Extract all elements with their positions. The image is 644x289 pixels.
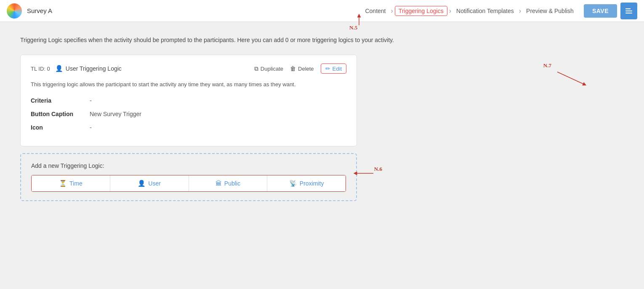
- main-content: Triggering Logic specifies when the acti…: [0, 22, 505, 215]
- tl-criteria-row: Criteria -: [31, 97, 346, 104]
- nav-notification-templates[interactable]: Notification Templates: [453, 6, 517, 16]
- save-button[interactable]: SAVE: [584, 4, 617, 18]
- duplicate-icon: ⧉: [254, 65, 258, 72]
- add-tl-proximity[interactable]: 📡 Proximity: [267, 175, 346, 191]
- nav-triggering-logics[interactable]: Triggering Logics: [395, 6, 447, 16]
- annotation-n6: N.6: [374, 166, 382, 172]
- public-label: Public: [224, 180, 240, 187]
- page-description: Triggering Logic specifies when the acti…: [20, 35, 485, 45]
- icon-value: -: [90, 124, 92, 131]
- svg-line-6: [557, 72, 585, 85]
- svg-rect-3: [631, 8, 632, 10]
- delete-icon: 🗑: [290, 65, 296, 72]
- criteria-label: Criteria: [31, 97, 90, 104]
- survey-title: Survey A: [27, 7, 52, 14]
- nav-sep-1: ›: [391, 7, 393, 15]
- delete-button[interactable]: 🗑 Delete: [290, 65, 314, 72]
- add-tl-public[interactable]: 🏛 Public: [189, 175, 268, 191]
- edit-icon: ✏: [325, 65, 330, 72]
- header-actions: SAVE: [577, 3, 637, 19]
- svg-rect-1: [625, 11, 632, 11]
- app-logo: [7, 3, 22, 19]
- tl-body-description: This triggering logic allows the partici…: [31, 80, 346, 89]
- duplicate-label: Duplicate: [261, 66, 283, 72]
- time-label: Time: [69, 180, 82, 187]
- tl-card-header: TL ID: 0 👤 User Triggering Logic ⧉ Dupli…: [31, 64, 346, 74]
- add-triggering-logic-section: Add a new Triggering Logic: ⏳ Time 👤 Use…: [20, 153, 357, 201]
- time-icon: ⏳: [59, 180, 67, 187]
- icon-label: Icon: [31, 124, 90, 131]
- edit-button[interactable]: ✏ Edit: [321, 64, 346, 74]
- add-tl-time[interactable]: ⏳ Time: [32, 175, 110, 191]
- tl-id-label: TL ID: 0: [31, 66, 50, 72]
- list-icon: [625, 7, 633, 15]
- public-icon: 🏛: [216, 180, 222, 187]
- add-tl-title: Add a new Triggering Logic:: [31, 162, 346, 169]
- proximity-icon: 📡: [289, 180, 297, 187]
- annotation-n7-arrow: [555, 70, 589, 87]
- tl-type-label: User Triggering Logic: [66, 65, 122, 72]
- tl-actions: ⧉ Duplicate 🗑 Delete ✏ Edit: [254, 64, 346, 74]
- triggering-logic-card: TL ID: 0 👤 User Triggering Logic ⧉ Dupli…: [20, 55, 357, 146]
- button-caption-label: Button Caption: [31, 111, 90, 117]
- annotation-n6-arrow: [353, 169, 374, 178]
- nav-sep-3: ›: [519, 7, 521, 15]
- svg-rect-2: [625, 13, 632, 13]
- header: Survey A Content › Triggering Logics › N…: [0, 0, 644, 22]
- tl-button-caption-row: Button Caption New Survey Trigger: [31, 111, 346, 117]
- breadcrumb-nav: Content › Triggering Logics › Notificati…: [362, 6, 577, 16]
- annotation-n5-arrow: [357, 13, 370, 26]
- duplicate-button[interactable]: ⧉ Duplicate: [254, 65, 283, 72]
- user-icon: 👤: [138, 180, 146, 187]
- add-tl-options: ⏳ Time 👤 User 🏛 Public 📡 Proximity: [31, 175, 346, 192]
- nav-preview-publish[interactable]: Preview & Publish: [523, 6, 577, 16]
- button-caption-value: New Survey Trigger: [90, 111, 141, 117]
- tl-icon-row: Icon -: [31, 124, 346, 131]
- annotation-n7: N.7: [543, 62, 551, 69]
- proximity-label: Proximity: [300, 180, 324, 187]
- tl-type-user-icon: 👤: [55, 65, 63, 72]
- add-tl-user[interactable]: 👤 User: [110, 175, 189, 191]
- edit-label: Edit: [333, 66, 342, 72]
- list-icon-button[interactable]: [620, 3, 637, 19]
- criteria-value: -: [90, 97, 92, 104]
- nav-sep-2: ›: [449, 7, 451, 15]
- delete-label: Delete: [298, 66, 314, 72]
- annotation-n5: N.5: [349, 24, 357, 31]
- user-label: User: [148, 180, 161, 187]
